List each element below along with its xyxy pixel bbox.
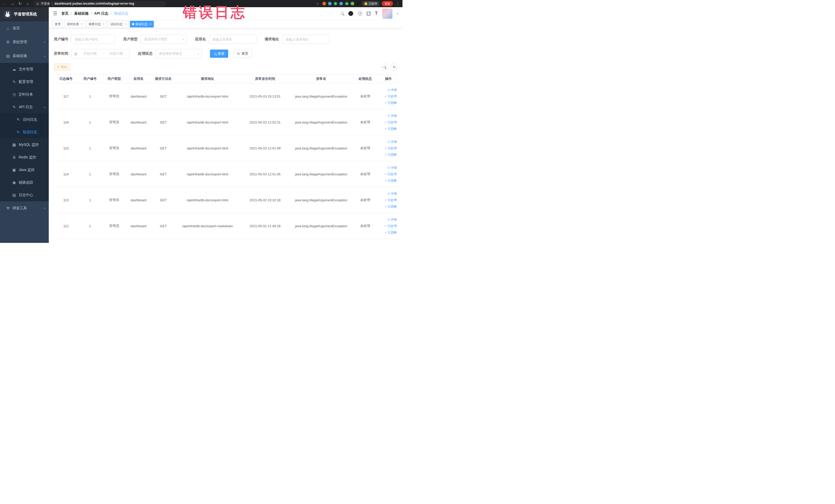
extension-orange-icon[interactable]	[322, 2, 326, 5]
sidebar-item-access-log[interactable]: ✎访问日志	[0, 113, 49, 126]
close-icon[interactable]: ×	[124, 22, 126, 26]
tab-home[interactable]: 首页	[53, 21, 63, 27]
chevron-down-icon[interactable]: ▾	[397, 12, 399, 15]
cell-exception: java.lang.IllegalArgumentException	[291, 172, 351, 176]
sidebar-item-trace[interactable]: ◉链路追踪	[0, 176, 49, 189]
hamburger-icon[interactable]: ☰	[53, 11, 57, 16]
refresh-button[interactable]: ↻	[391, 63, 398, 70]
detail-link[interactable]: ⊙详细	[388, 113, 397, 119]
extension-video-icon[interactable]: V	[334, 2, 337, 5]
font-size-icon[interactable]: T	[375, 11, 378, 16]
bookmark-star-icon[interactable]: ☆	[315, 2, 320, 6]
sidebar-item-config-manage[interactable]: ✎配置管理	[0, 76, 49, 88]
search-button[interactable]: 搜索	[210, 49, 228, 58]
extension-grid-icon[interactable]	[339, 2, 343, 5]
breadcrumb-item[interactable]: API 日志	[94, 11, 108, 16]
request-url-input[interactable]	[282, 35, 330, 44]
address-bar[interactable]: ⚠ 不安全 | dashboard.yudao.iocoder.cn/infra…	[33, 1, 166, 6]
close-icon[interactable]: ×	[103, 22, 104, 26]
search-icon[interactable]	[341, 12, 344, 15]
ignored-link[interactable]: ✓已忽略	[385, 229, 397, 236]
detail-link[interactable]: ⊙详细	[388, 165, 397, 171]
breadcrumb-item[interactable]: 首页	[61, 11, 68, 16]
list-icon: ▤	[11, 193, 17, 198]
sidebar-item-redis-monitor[interactable]: ≣Redis 监控	[0, 151, 49, 164]
extension-drop-icon[interactable]	[328, 2, 332, 5]
reset-button[interactable]: ↻ 重置	[233, 49, 252, 58]
cell-user_id: 1	[78, 172, 102, 176]
ignored-link[interactable]: ✓已忽略	[385, 126, 397, 132]
app-name-input[interactable]	[209, 35, 257, 44]
extension-on-icon[interactable]: on	[345, 2, 349, 5]
tab-access-log[interactable]: 访问日志×	[108, 21, 128, 27]
processed-link[interactable]: ✓已处理	[385, 119, 397, 125]
processed-link[interactable]: ✓已处理	[385, 171, 397, 177]
stack-icon: ≣	[11, 155, 17, 160]
cell-exception: java.lang.IllegalArgumentException	[291, 95, 351, 98]
sidebar-item-file-manage[interactable]: ☁文件管理	[0, 63, 49, 76]
sidebar-item-system[interactable]: ⚙系统管理▾	[0, 35, 49, 49]
processed-link[interactable]: ✓已处理	[385, 145, 397, 151]
eye-icon: ◉	[11, 180, 17, 185]
ignored-link[interactable]: ✓已忽略	[385, 204, 397, 209]
detail-link[interactable]: ⊙详细	[388, 217, 397, 223]
detail-link[interactable]: ⊙详细	[388, 191, 397, 197]
back-icon[interactable]: ←	[2, 2, 7, 6]
processed-link[interactable]: ✓已处理	[385, 94, 397, 99]
detail-link[interactable]: ⊙详细	[388, 87, 397, 93]
sidebar-item-log-center[interactable]: ▤日志中心	[0, 189, 49, 201]
table-row: 1131管理员dashboardGET/api/infra/db-doc/exp…	[54, 187, 398, 213]
paused-badge[interactable]: 已暂停	[362, 1, 380, 6]
filter-label-app-name: 应用名	[195, 37, 206, 42]
cell-time: 2021-05-03 12:01:49	[239, 146, 291, 150]
menu-dots-icon[interactable]: ⋮	[395, 2, 401, 6]
ignored-link[interactable]: ✓已忽略	[385, 100, 397, 106]
help-icon[interactable]: ?	[358, 11, 362, 16]
user-id-input[interactable]	[72, 35, 115, 44]
fullscreen-icon[interactable]	[367, 12, 370, 15]
export-button[interactable]: ↥ 导出	[54, 63, 70, 70]
cell-url: /api/infra/db-doc/export-html	[176, 172, 239, 176]
sidebar-item-infra[interactable]: ▤基础设施▴	[0, 49, 49, 63]
processed-link[interactable]: ✓已处理	[385, 223, 397, 229]
url-text[interactable]: dashboard.yudao.iocoder.cn/infra/log/api…	[55, 2, 134, 5]
sidebar-item-java-monitor[interactable]: ▣Java 监控	[0, 164, 49, 176]
warning-icon: ⚠	[37, 2, 39, 5]
detail-link[interactable]: ⊙详细	[388, 139, 397, 145]
cell-app: dashboard	[126, 120, 151, 124]
close-icon[interactable]: ×	[81, 22, 83, 26]
update-button[interactable]: 更新	[382, 1, 393, 6]
exception-time-range[interactable]: ▦ 开始日期 - 结束日期	[72, 49, 130, 58]
extension-leaf-icon[interactable]	[351, 2, 354, 5]
security-label[interactable]: 不安全	[41, 2, 50, 6]
tab-schedule-log[interactable]: 调度日志×	[86, 21, 107, 27]
ignored-link[interactable]: ✓已忽略	[385, 152, 397, 158]
reload-icon[interactable]: ↻	[18, 2, 23, 6]
sidebar-item-mysql-monitor[interactable]: ▦MySQL 监控	[0, 138, 49, 151]
cell-method: GET	[151, 224, 176, 228]
cell-method: GET	[151, 146, 176, 150]
sidebar-item-home[interactable]: ⌂首页	[0, 21, 49, 35]
column-header: 应用名	[126, 77, 151, 81]
tab-cron-task[interactable]: 定时任务×	[64, 21, 85, 27]
sidebar-item-cron-task[interactable]: ◷定时任务	[0, 88, 49, 101]
toggle-search-button[interactable]	[381, 63, 388, 70]
github-icon[interactable]	[348, 11, 353, 16]
close-icon[interactable]: ×	[150, 22, 151, 26]
sidebar-item-api-log[interactable]: ✎API 日志▴	[0, 101, 49, 113]
sidebar-item-error-log[interactable]: ✎错误日志	[0, 126, 49, 138]
forward-icon[interactable]: →	[10, 2, 15, 6]
ignored-link[interactable]: ✓已忽略	[385, 178, 397, 184]
extension-paw-icon[interactable]	[356, 2, 360, 5]
browser-home-icon[interactable]: ⌂	[25, 2, 30, 6]
tab-error-log[interactable]: 错误日志×	[130, 21, 154, 27]
breadcrumb-item[interactable]: 基础设施	[74, 11, 88, 16]
logo[interactable]: 芋道管理系统	[0, 7, 49, 21]
chevron-down-icon: ▾	[198, 53, 199, 55]
sidebar-item-dev-tools[interactable]: ⚒研发工具▾	[0, 201, 49, 215]
processed-link[interactable]: ✓已处理	[385, 197, 397, 203]
user-type-select[interactable]: 请选择用户类型 ▾	[141, 35, 187, 44]
status-select[interactable]: 请选择处理状态 ▾	[156, 49, 202, 58]
doc-icon: ✎	[15, 117, 21, 122]
avatar[interactable]	[382, 8, 392, 19]
